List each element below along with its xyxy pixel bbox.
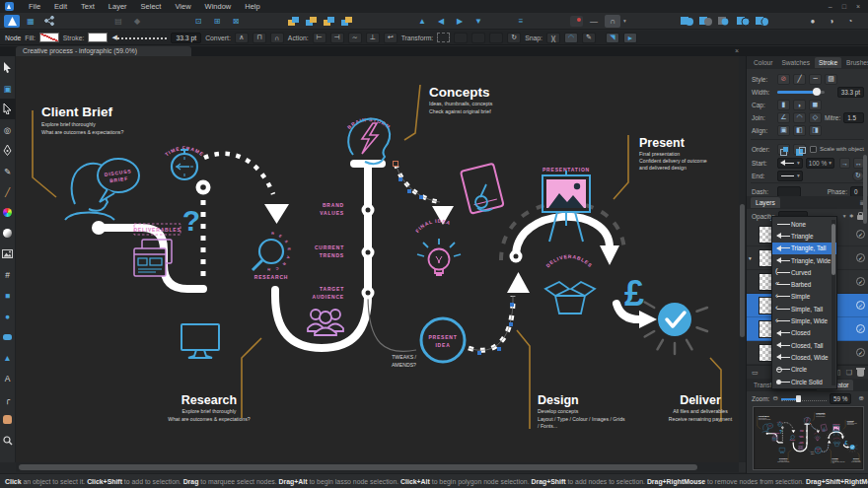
- swap-endings-button[interactable]: →: [839, 158, 850, 169]
- insert-on-top-button[interactable]: [339, 15, 354, 28]
- menu-item[interactable]: Edit: [47, 2, 74, 11]
- join-miter-button[interactable]: ∠: [777, 112, 790, 123]
- action-join-curves-button[interactable]: ⊥: [366, 33, 380, 43]
- blend-gear-icon[interactable]: ∗: [849, 212, 854, 220]
- menu-item[interactable]: File: [22, 2, 47, 11]
- delete-layer-icon[interactable]: [857, 370, 864, 377]
- blend-options-caret[interactable]: ▾: [843, 213, 846, 219]
- zoom-value[interactable]: 59 %: [830, 393, 851, 404]
- align-inside-button[interactable]: ◧: [793, 125, 806, 136]
- pen-tool[interactable]: [0, 140, 16, 161]
- insert-inside-button[interactable]: [322, 15, 336, 28]
- line-ending-option[interactable]: Barbed: [772, 278, 836, 290]
- edit-all-layers-icon[interactable]: ▭: [752, 369, 759, 377]
- line-ending-option[interactable]: Simple, Wide: [772, 314, 836, 326]
- insert-target-full-icon[interactable]: ●: [805, 15, 821, 28]
- join-bevel-button[interactable]: ◇: [809, 112, 822, 123]
- order-front-button[interactable]: [793, 144, 806, 155]
- width-value[interactable]: 33.3 pt: [837, 87, 864, 98]
- action-smooth-curve-button[interactable]: ∼: [348, 33, 362, 43]
- restore-icon[interactable]: □: [842, 3, 846, 10]
- zoom-out-icon[interactable]: ⊖: [772, 394, 777, 402]
- line-ending-option[interactable]: None: [772, 218, 836, 230]
- panel-tab[interactable]: Brushes: [842, 57, 868, 68]
- menu-item[interactable]: Help: [238, 2, 266, 11]
- line-ending-option[interactable]: Circle Solid: [772, 376, 836, 387]
- panel-tab[interactable]: Stroke: [815, 57, 841, 68]
- hide-selection-while-dragging-button[interactable]: ⊞: [209, 15, 225, 28]
- view-tool[interactable]: [0, 409, 16, 430]
- symbol-button[interactable]: ◆: [129, 15, 145, 28]
- layer-visibility-checkbox[interactable]: ✓: [856, 324, 865, 333]
- panel-tab[interactable]: Swatches: [777, 57, 814, 68]
- snap-off-curve-button[interactable]: )(: [546, 33, 560, 43]
- width-slider[interactable]: [777, 91, 825, 94]
- transform-mode-button[interactable]: [437, 33, 450, 42]
- stroke-pressure-profile[interactable]: ◀: [111, 34, 167, 41]
- layers-tab[interactable]: Layers: [751, 197, 780, 208]
- zoom-fit-icon[interactable]: ⊕: [859, 394, 864, 402]
- action-close-curve-button[interactable]: ⊣: [330, 33, 344, 43]
- move-backward-button[interactable]: ▶: [452, 15, 468, 28]
- move-to-front-button[interactable]: ▲: [414, 15, 430, 28]
- node-tool[interactable]: [0, 99, 16, 119]
- transparency-tool[interactable]: [0, 223, 16, 244]
- move-to-back-button[interactable]: ▼: [470, 15, 486, 28]
- place-image-tool[interactable]: [0, 244, 16, 264]
- rectangle-tool[interactable]: ■: [0, 285, 16, 306]
- style-dashed-button[interactable]: ┄: [809, 74, 822, 85]
- sculpt-mode-button[interactable]: ►: [623, 33, 637, 43]
- snap-while-drawing-button[interactable]: ✎: [582, 33, 596, 43]
- boolean-add-button[interactable]: [679, 15, 694, 28]
- place-image-button[interactable]: ▤: [110, 15, 126, 28]
- alignment-button[interactable]: ≡: [513, 15, 529, 28]
- zoom-tool[interactable]: [0, 430, 16, 451]
- cap-round-button[interactable]: ◗: [793, 100, 806, 110]
- fill-tool[interactable]: [0, 202, 16, 223]
- menu-item[interactable]: Select: [134, 2, 169, 11]
- boolean-divide-button[interactable]: [735, 15, 751, 28]
- insert-in-front-button[interactable]: [304, 15, 319, 28]
- snapping-presets-icon[interactable]: [570, 16, 583, 27]
- menu-item[interactable]: Window: [198, 2, 239, 11]
- action-break-curve-button[interactable]: ⊢: [313, 33, 326, 43]
- snapping-options-caret[interactable]: ▾: [623, 18, 626, 24]
- line-ending-option[interactable]: Closed, Tall: [772, 339, 836, 351]
- stroke-width-value[interactable]: 33.3 pt: [171, 33, 201, 43]
- triangle-shape-tool[interactable]: ▲: [0, 347, 16, 368]
- horizontal-scrollbar[interactable]: [16, 462, 739, 472]
- menu-item[interactable]: Text: [74, 2, 102, 11]
- line-ending-option[interactable]: Closed, Wide: [772, 351, 836, 363]
- construction-snap-button[interactable]: ◥: [606, 33, 619, 43]
- close-icon[interactable]: ×: [856, 3, 860, 10]
- vector-brush-tool[interactable]: ╱: [0, 181, 16, 202]
- end-ending-dropdown[interactable]: ▾: [777, 171, 803, 181]
- navigator-preview[interactable]: [753, 406, 864, 470]
- group-layers-icon[interactable]: ❏: [846, 369, 852, 377]
- layer-visibility-checkbox[interactable]: ✓: [856, 253, 865, 262]
- pixel-persona-button[interactable]: ▦: [23, 15, 38, 28]
- layer-visibility-checkbox[interactable]: ✓: [856, 301, 865, 310]
- layers-scrollbar-thumb[interactable]: [863, 155, 867, 224]
- rounded-rectangle-tool[interactable]: [0, 326, 16, 347]
- designer-persona-button[interactable]: [4, 15, 20, 28]
- stroke-swatch[interactable]: [88, 33, 108, 42]
- boolean-combine-button[interactable]: [754, 15, 769, 28]
- convert-sharp-button[interactable]: ∧: [235, 33, 249, 43]
- boolean-intersect-button[interactable]: [716, 15, 732, 28]
- corner-tool[interactable]: ╭: [0, 388, 16, 409]
- panel-tab[interactable]: Colour: [750, 57, 776, 68]
- document-tab[interactable]: Creative process - infographic (59.0%): [16, 46, 191, 56]
- add-layer-icon[interactable]: ▯: [837, 369, 841, 377]
- order-behind-button[interactable]: [777, 144, 790, 155]
- zoom-slider[interactable]: [781, 396, 827, 401]
- fill-swatch[interactable]: [39, 33, 59, 42]
- move-forward-button[interactable]: ◀: [433, 15, 449, 28]
- ellipse-tool[interactable]: ●: [0, 306, 16, 326]
- menu-item[interactable]: View: [168, 2, 197, 11]
- artistic-text-tool[interactable]: A: [0, 368, 16, 388]
- line-ending-option[interactable]: Triangle: [772, 230, 836, 242]
- move-tool[interactable]: [0, 57, 16, 78]
- line-ending-option[interactable]: Closed: [772, 327, 836, 339]
- canvas[interactable]: DISCUSS BRIEF ? DELIVERABLES: [16, 56, 739, 462]
